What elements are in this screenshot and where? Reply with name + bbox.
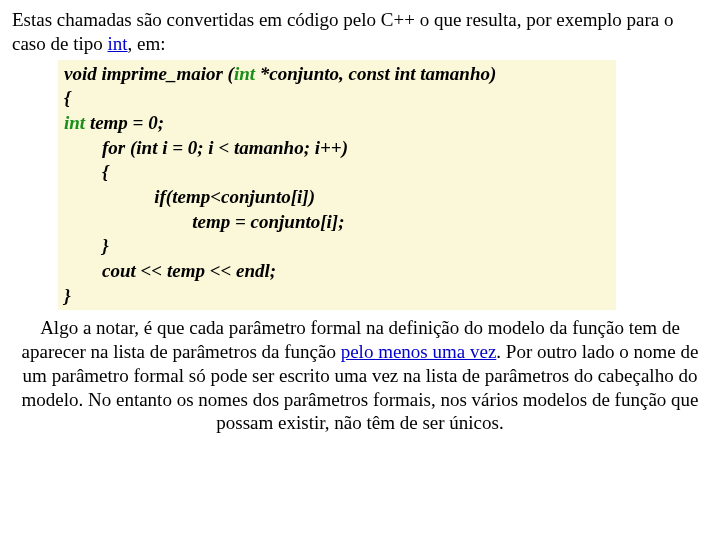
code-l6: if(temp<conjunto[i])	[64, 186, 315, 207]
type-link-int[interactable]: int	[108, 33, 128, 54]
code-l5: {	[64, 161, 109, 182]
code-l3b: temp = 0;	[85, 112, 164, 133]
code-l8: }	[64, 235, 109, 256]
code-l1a: void imprime_maior (	[64, 63, 234, 84]
notes-paragraph: Algo a notar, é que cada parâmetro forma…	[12, 316, 708, 435]
code-l1b: *conjunto, const int tamanho)	[255, 63, 496, 84]
code-l9: cout << temp << endl;	[64, 260, 276, 281]
code-block: void imprime_maior (int *conjunto, const…	[58, 60, 616, 311]
intro-text-2: , em:	[128, 33, 166, 54]
code-l7: temp = conjunto[i];	[64, 211, 345, 232]
code-l10: }	[64, 285, 71, 306]
code-type-int-2: int	[64, 112, 85, 133]
code-l4: for (int i = 0; i < tamanho; i++)	[64, 137, 348, 158]
notes-link[interactable]: pelo menos uma vez	[341, 341, 497, 362]
code-type-int-1: int	[234, 63, 255, 84]
code-l2: {	[64, 87, 71, 108]
intro-paragraph: Estas chamadas são convertidas em código…	[12, 8, 708, 56]
